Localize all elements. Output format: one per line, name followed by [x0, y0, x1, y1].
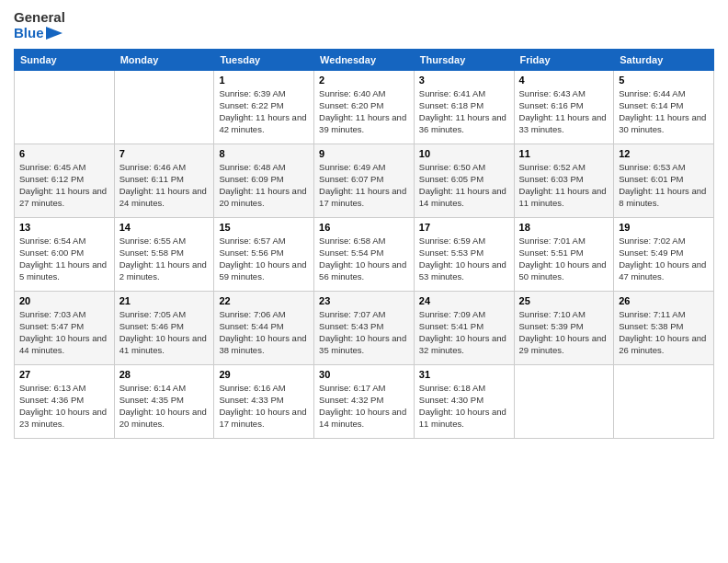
- day-info: Sunrise: 7:02 AMSunset: 5:49 PMDaylight:…: [619, 235, 709, 283]
- calendar-cell: 27Sunrise: 6:13 AMSunset: 4:36 PMDayligh…: [15, 364, 115, 438]
- day-info: Sunrise: 7:09 AMSunset: 5:41 PMDaylight:…: [419, 308, 509, 357]
- day-info: Sunrise: 6:59 AMSunset: 5:53 PMDaylight:…: [419, 235, 509, 283]
- day-info: Sunrise: 7:05 AMSunset: 5:46 PMDaylight:…: [119, 308, 210, 357]
- day-info: Sunrise: 6:16 AMSunset: 4:33 PMDaylight:…: [219, 382, 309, 431]
- logo: General Blue: [14, 9, 65, 41]
- day-number: 15: [219, 222, 309, 233]
- calendar-cell: 15Sunrise: 6:57 AMSunset: 5:56 PMDayligh…: [214, 217, 314, 291]
- calendar-cell: 10Sunrise: 6:50 AMSunset: 6:05 PMDayligh…: [414, 144, 514, 217]
- col-header-sunday: Sunday: [15, 49, 115, 70]
- day-info: Sunrise: 6:43 AMSunset: 6:16 PMDaylight:…: [519, 87, 609, 136]
- day-info: Sunrise: 6:55 AMSunset: 5:58 PMDaylight:…: [119, 235, 210, 283]
- calendar-cell: 13Sunrise: 6:54 AMSunset: 6:00 PMDayligh…: [15, 217, 115, 291]
- calendar-week-4: 27Sunrise: 6:13 AMSunset: 4:36 PMDayligh…: [15, 364, 714, 438]
- day-number: 30: [319, 369, 409, 380]
- day-number: 1: [219, 75, 309, 86]
- calendar-cell: 14Sunrise: 6:55 AMSunset: 5:58 PMDayligh…: [114, 217, 214, 291]
- day-info: Sunrise: 6:57 AMSunset: 5:56 PMDaylight:…: [219, 235, 309, 283]
- day-number: 27: [19, 369, 109, 380]
- day-number: 2: [319, 75, 409, 86]
- day-number: 31: [419, 369, 509, 380]
- day-info: Sunrise: 6:50 AMSunset: 6:05 PMDaylight:…: [419, 161, 509, 210]
- calendar-cell: [114, 70, 214, 144]
- calendar-week-2: 13Sunrise: 6:54 AMSunset: 6:00 PMDayligh…: [15, 217, 714, 291]
- day-info: Sunrise: 6:53 AMSunset: 6:01 PMDaylight:…: [619, 161, 709, 210]
- col-header-thursday: Thursday: [414, 49, 514, 70]
- svg-marker-0: [46, 27, 63, 40]
- col-header-tuesday: Tuesday: [214, 49, 314, 70]
- calendar-cell: 5Sunrise: 6:44 AMSunset: 6:14 PMDaylight…: [614, 70, 714, 144]
- calendar-cell: 29Sunrise: 6:16 AMSunset: 4:33 PMDayligh…: [214, 364, 314, 438]
- day-info: Sunrise: 6:49 AMSunset: 6:07 PMDaylight:…: [319, 161, 409, 210]
- calendar-cell: 11Sunrise: 6:52 AMSunset: 6:03 PMDayligh…: [514, 144, 614, 217]
- calendar-week-3: 20Sunrise: 7:03 AMSunset: 5:47 PMDayligh…: [15, 291, 714, 364]
- calendar-cell: 19Sunrise: 7:02 AMSunset: 5:49 PMDayligh…: [614, 217, 714, 291]
- calendar-cell: 28Sunrise: 6:14 AMSunset: 4:35 PMDayligh…: [114, 364, 214, 438]
- col-header-wednesday: Wednesday: [314, 49, 415, 70]
- day-number: 10: [419, 148, 509, 159]
- calendar-cell: 2Sunrise: 6:40 AMSunset: 6:20 PMDaylight…: [314, 70, 415, 144]
- calendar-cell: 24Sunrise: 7:09 AMSunset: 5:41 PMDayligh…: [414, 291, 514, 364]
- day-info: Sunrise: 6:45 AMSunset: 6:12 PMDaylight:…: [19, 161, 109, 210]
- day-number: 14: [119, 222, 210, 233]
- calendar-cell: [15, 70, 115, 144]
- day-info: Sunrise: 6:40 AMSunset: 6:20 PMDaylight:…: [319, 87, 409, 136]
- calendar-cell: 7Sunrise: 6:46 AMSunset: 6:11 PMDaylight…: [114, 144, 214, 217]
- day-number: 21: [119, 295, 210, 306]
- calendar-cell: 1Sunrise: 6:39 AMSunset: 6:22 PMDaylight…: [214, 70, 314, 144]
- day-info: Sunrise: 6:41 AMSunset: 6:18 PMDaylight:…: [419, 87, 509, 136]
- day-number: 3: [419, 75, 509, 86]
- logo-general: General: [14, 9, 65, 25]
- calendar-cell: 17Sunrise: 6:59 AMSunset: 5:53 PMDayligh…: [414, 217, 514, 291]
- day-number: 25: [519, 295, 609, 306]
- day-number: 29: [219, 369, 309, 380]
- logo-blue: Blue: [14, 25, 44, 40]
- day-info: Sunrise: 7:10 AMSunset: 5:39 PMDaylight:…: [519, 308, 609, 357]
- calendar-cell: 6Sunrise: 6:45 AMSunset: 6:12 PMDaylight…: [15, 144, 115, 217]
- calendar-cell: 23Sunrise: 7:07 AMSunset: 5:43 PMDayligh…: [314, 291, 415, 364]
- page: General Blue SundayMondayTuesdayWednesda…: [0, 0, 728, 563]
- day-number: 23: [319, 295, 409, 306]
- logo-text-block: General Blue: [14, 9, 65, 41]
- day-info: Sunrise: 6:44 AMSunset: 6:14 PMDaylight:…: [619, 87, 709, 136]
- calendar-cell: 16Sunrise: 6:58 AMSunset: 5:54 PMDayligh…: [314, 217, 415, 291]
- day-number: 5: [619, 75, 709, 86]
- calendar-cell: 8Sunrise: 6:48 AMSunset: 6:09 PMDaylight…: [214, 144, 314, 217]
- header: General Blue: [14, 9, 714, 41]
- calendar-cell: [614, 364, 714, 438]
- day-number: 24: [419, 295, 509, 306]
- calendar-cell: 30Sunrise: 6:17 AMSunset: 4:32 PMDayligh…: [314, 364, 415, 438]
- day-info: Sunrise: 6:58 AMSunset: 5:54 PMDaylight:…: [319, 235, 409, 283]
- day-number: 8: [219, 148, 309, 159]
- calendar-cell: 20Sunrise: 7:03 AMSunset: 5:47 PMDayligh…: [15, 291, 115, 364]
- day-info: Sunrise: 6:48 AMSunset: 6:09 PMDaylight:…: [219, 161, 309, 210]
- day-number: 9: [319, 148, 409, 159]
- calendar-cell: 22Sunrise: 7:06 AMSunset: 5:44 PMDayligh…: [214, 291, 314, 364]
- day-number: 11: [519, 148, 609, 159]
- calendar-cell: 25Sunrise: 7:10 AMSunset: 5:39 PMDayligh…: [514, 291, 614, 364]
- calendar-cell: [514, 364, 614, 438]
- col-header-monday: Monday: [114, 49, 214, 70]
- day-info: Sunrise: 6:18 AMSunset: 4:30 PMDaylight:…: [419, 382, 509, 431]
- day-number: 20: [19, 295, 109, 306]
- calendar-week-1: 6Sunrise: 6:45 AMSunset: 6:12 PMDaylight…: [15, 144, 714, 217]
- day-info: Sunrise: 7:06 AMSunset: 5:44 PMDaylight:…: [219, 308, 309, 357]
- day-info: Sunrise: 7:01 AMSunset: 5:51 PMDaylight:…: [519, 235, 609, 283]
- calendar-cell: 21Sunrise: 7:05 AMSunset: 5:46 PMDayligh…: [114, 291, 214, 364]
- day-number: 28: [119, 369, 210, 380]
- calendar-cell: 4Sunrise: 6:43 AMSunset: 6:16 PMDaylight…: [514, 70, 614, 144]
- day-number: 22: [219, 295, 309, 306]
- day-number: 7: [119, 148, 210, 159]
- day-number: 6: [19, 148, 109, 159]
- col-header-friday: Friday: [514, 49, 614, 70]
- day-number: 13: [19, 222, 109, 233]
- calendar-cell: 12Sunrise: 6:53 AMSunset: 6:01 PMDayligh…: [614, 144, 714, 217]
- day-info: Sunrise: 6:14 AMSunset: 4:35 PMDaylight:…: [119, 382, 210, 431]
- day-info: Sunrise: 6:52 AMSunset: 6:03 PMDaylight:…: [519, 161, 609, 210]
- calendar-cell: 31Sunrise: 6:18 AMSunset: 4:30 PMDayligh…: [414, 364, 514, 438]
- calendar-cell: 18Sunrise: 7:01 AMSunset: 5:51 PMDayligh…: [514, 217, 614, 291]
- day-number: 26: [619, 295, 709, 306]
- day-number: 18: [519, 222, 609, 233]
- calendar-cell: 3Sunrise: 6:41 AMSunset: 6:18 PMDaylight…: [414, 70, 514, 144]
- day-number: 19: [619, 222, 709, 233]
